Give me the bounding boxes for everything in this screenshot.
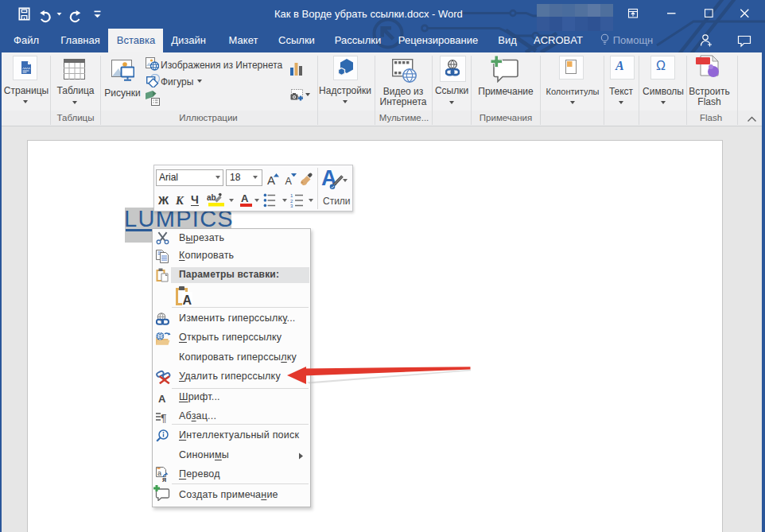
svg-text:ab: ab — [207, 193, 216, 202]
svg-text:A: A — [183, 293, 192, 305]
svg-text:1: 1 — [290, 193, 293, 198]
svg-text:3: 3 — [290, 204, 293, 208]
svg-text:a: a — [157, 469, 161, 477]
svg-text:¶: ¶ — [161, 412, 167, 423]
svg-text:я: я — [162, 476, 166, 483]
svg-text:2: 2 — [290, 199, 293, 204]
